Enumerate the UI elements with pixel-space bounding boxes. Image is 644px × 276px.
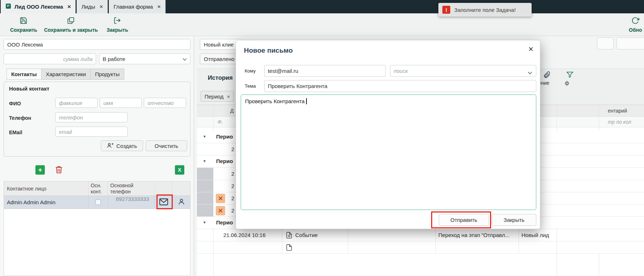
- phone-input[interactable]: [55, 112, 128, 122]
- cut-button[interactable]: [597, 38, 614, 49]
- refresh-icon: [631, 17, 639, 26]
- close-dialog-button[interactable]: Закрыть: [492, 214, 536, 226]
- save-and-close-button[interactable]: Сохранить и закрыть: [44, 17, 98, 33]
- tab-products[interactable]: Продукты: [90, 69, 124, 80]
- date-filter-partial: Ф.: [218, 119, 223, 125]
- triangle-down-icon[interactable]: ▼: [203, 220, 206, 224]
- tab-label: Главная форма: [113, 4, 153, 10]
- history-row[interactable]: [197, 241, 644, 254]
- delete-row-button[interactable]: [54, 165, 64, 176]
- toast-message: Заполните поле Задача!: [454, 7, 516, 13]
- firstname-input[interactable]: [100, 98, 142, 108]
- person-icon[interactable]: [178, 198, 185, 206]
- tab-leads[interactable]: Лиды ×: [77, 0, 108, 13]
- email-label: EMail: [9, 130, 22, 135]
- close-icon[interactable]: ×: [528, 44, 533, 54]
- triangle-down-icon[interactable]: ▼: [203, 159, 206, 163]
- patronymic-input[interactable]: [144, 98, 186, 108]
- contacts-table: Контактное лицо Осн. конт. Основной теле…: [4, 181, 190, 276]
- dialog-title: Новое письмо: [244, 47, 293, 54]
- save-label: Сохранить: [10, 27, 37, 33]
- to-input[interactable]: [264, 65, 386, 77]
- clear-button[interactable]: Очистить: [146, 140, 187, 151]
- app-window: Лид ООО Лексема × Лиды × Главная форма ×…: [0, 0, 644, 276]
- save-close-icon: [67, 17, 75, 26]
- history-event-row[interactable]: 21.06.2024 10:16 Событие Переход на этап…: [197, 229, 644, 241]
- create-contact-label: Создать: [116, 143, 137, 149]
- document-icon: [285, 244, 293, 253]
- phone-label: Телефон: [9, 115, 31, 121]
- tab-label: Лид ООО Лексема: [14, 4, 63, 10]
- subject-label: Тема: [245, 83, 256, 89]
- recipient-search-input[interactable]: [390, 65, 536, 77]
- excel-export-button[interactable]: X: [175, 165, 184, 175]
- create-contact-button[interactable]: Создать: [101, 140, 143, 151]
- lead-name-input[interactable]: [4, 39, 190, 50]
- send-button[interactable]: Отправить: [439, 214, 489, 226]
- envelope-icon[interactable]: [159, 198, 168, 207]
- person-add-icon: [107, 142, 114, 150]
- refresh-button[interactable]: Обно: [629, 17, 642, 33]
- main-contact-checkbox[interactable]: [95, 200, 101, 205]
- close-icon[interactable]: ×: [227, 93, 230, 100]
- lead-form-panel: В работе Контакты Характеристики Продукт…: [0, 36, 194, 276]
- tab-lead[interactable]: Лид ООО Лексема ×: [1, 0, 76, 13]
- mail-body-editor[interactable]: Проверить Контрагента: [241, 95, 536, 210]
- cancel-x-icon: ✕: [216, 194, 225, 203]
- validation-toast: ! Заполните поле Задача!: [438, 3, 532, 17]
- main-contact-cell: [89, 196, 108, 209]
- new-mail-dialog: Новое письмо × Кому Тема Проверить Контр…: [236, 40, 540, 229]
- contact-phone: 89273333333: [108, 196, 155, 209]
- stage-sent-label[interactable]: Отправлено: [200, 53, 237, 64]
- col-date-partial: Д: [230, 108, 233, 114]
- save-close-label: Сохранить и закрыть: [44, 27, 98, 33]
- lead-status-select[interactable]: В работе: [99, 53, 190, 64]
- lead-sum-input[interactable]: [4, 53, 96, 64]
- form-icon: [5, 3, 11, 10]
- col-comment-partial: ентарий: [608, 108, 627, 114]
- lead-status-value: В работе: [103, 56, 125, 62]
- contact-row[interactable]: Admin Admin Admin 89273333333: [4, 196, 190, 209]
- close-form-label: Закрыть: [107, 27, 128, 33]
- period-chip-label: Период: [205, 93, 224, 100]
- tab-contacts[interactable]: Контакты: [7, 69, 41, 80]
- groupbox-title: Новый контакт: [9, 86, 50, 92]
- contacts-table-header: Контактное лицо Осн. конт. Основной теле…: [4, 181, 190, 196]
- chevron-down-icon: [183, 56, 187, 62]
- email-input[interactable]: [55, 127, 128, 137]
- text-caret: [306, 98, 307, 104]
- subject-input[interactable]: [264, 80, 536, 92]
- period-filter-chip[interactable]: Период ×: [201, 91, 234, 102]
- tab-bar: Лид ООО Лексема × Лиды × Главная форма ×: [0, 0, 644, 13]
- filter-icon[interactable]: [566, 71, 574, 80]
- triangle-down-icon[interactable]: ▼: [203, 135, 206, 139]
- col-main-contact: Осн. конт.: [89, 181, 108, 196]
- close-icon[interactable]: ×: [99, 4, 103, 10]
- close-icon[interactable]: ×: [68, 4, 71, 10]
- col-mail: [155, 181, 172, 196]
- event-comment: Переход на этап "Отправл...: [438, 232, 510, 238]
- to-label: Кому: [245, 68, 256, 74]
- history-title: История: [208, 74, 233, 81]
- send-mail-cell: [155, 196, 172, 209]
- refresh-label: Обно: [629, 27, 642, 33]
- attachment-icon[interactable]: [543, 71, 551, 80]
- fio-label: ФИО: [9, 101, 21, 106]
- alert-icon: !: [442, 6, 450, 14]
- close-icon[interactable]: ×: [157, 4, 161, 10]
- save-button[interactable]: Сохранить: [10, 17, 37, 33]
- surname-input[interactable]: [55, 98, 98, 108]
- cut-button[interactable]: [617, 38, 644, 49]
- col-person: Контактное лицо: [4, 181, 89, 196]
- contact-name: Admin Admin Admin: [4, 196, 89, 209]
- clear-label: Очистить: [155, 143, 178, 149]
- recipient-search-combo[interactable]: [390, 65, 536, 77]
- tab-main-form[interactable]: Главная форма ×: [109, 0, 166, 13]
- chevron-down-icon[interactable]: [528, 70, 532, 76]
- filter-label-partial: ф: [565, 80, 569, 86]
- add-row-button[interactable]: +: [35, 165, 45, 175]
- event-type: Событие: [295, 232, 318, 238]
- cancel-x-icon: ✕: [216, 206, 225, 215]
- tab-characteristics[interactable]: Характеристики: [41, 69, 90, 80]
- close-form-button[interactable]: Закрыть: [107, 17, 128, 33]
